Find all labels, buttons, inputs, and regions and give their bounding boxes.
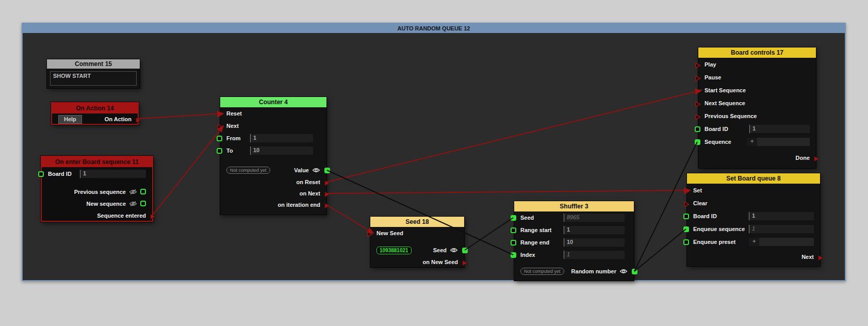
flow-input-port[interactable] xyxy=(695,61,701,68)
flow-output-port[interactable] xyxy=(150,213,156,219)
eye-icon[interactable] xyxy=(312,167,320,173)
on-action-row: Help On Action xyxy=(52,113,138,125)
node-header[interactable]: On enter Board sequence 11 xyxy=(42,157,152,167)
flow-input-port[interactable] xyxy=(695,113,701,119)
data-output-port[interactable] xyxy=(324,168,330,173)
node-header[interactable]: Set Board queue 8 xyxy=(687,173,820,184)
data-input-port[interactable] xyxy=(217,136,222,141)
eye-icon[interactable] xyxy=(619,268,628,274)
range-end-label: Range end xyxy=(520,239,564,246)
data-input-port[interactable] xyxy=(683,226,689,232)
flow-output-port[interactable] xyxy=(324,179,330,185)
node-on-enter-board-sequence[interactable]: On enter Board sequence 11 Board ID 1 Pr… xyxy=(41,156,153,222)
node-header[interactable]: On Action 14 xyxy=(52,103,138,113)
flow-input-port[interactable] xyxy=(683,187,690,193)
add-item-button[interactable]: + xyxy=(747,138,757,146)
comment-text[interactable]: SHOW START xyxy=(50,71,137,86)
seed-value-badge[interactable]: 1093881021 xyxy=(376,247,412,254)
data-input-port[interactable] xyxy=(511,227,516,233)
to-row: To 10 xyxy=(220,144,326,157)
enqueue-preset-field[interactable]: + xyxy=(749,238,814,246)
done-row: Done xyxy=(698,152,816,164)
on-next-row: on Next xyxy=(220,188,326,199)
node-on-action[interactable]: On Action 14 Help On Action xyxy=(51,102,139,125)
previous-sequence-row: Previous sequence xyxy=(42,186,152,198)
data-input-port[interactable] xyxy=(511,252,516,258)
enqueue-preset-label: Enqueue preset xyxy=(693,239,749,245)
next-output-label: Next xyxy=(801,254,814,260)
flow-input-port[interactable] xyxy=(367,230,373,236)
data-output-port[interactable] xyxy=(632,269,637,274)
enqueue-sequence-input[interactable]: 1 xyxy=(749,225,814,233)
node-seed[interactable]: Seed 18 New Seed 1093881021 Seed on New … xyxy=(370,217,464,267)
sequence-label: Sequence xyxy=(705,139,747,145)
start-sequence-row: Start Sequence xyxy=(698,84,816,96)
data-input-port[interactable] xyxy=(38,171,44,177)
from-input[interactable]: 1 xyxy=(250,134,313,142)
flow-input-port[interactable] xyxy=(695,100,701,106)
board-id-input[interactable]: 1 xyxy=(749,125,810,133)
help-button[interactable]: Help xyxy=(58,115,82,124)
index-input[interactable]: 1 xyxy=(564,251,625,259)
range-start-input[interactable]: 1 xyxy=(564,226,625,234)
flow-input-port[interactable] xyxy=(683,200,690,206)
next-output-row: Next xyxy=(687,251,820,263)
wire-onaction-to-counter-reset xyxy=(139,113,223,119)
node-header[interactable]: Seed 18 xyxy=(370,217,464,227)
board-id-input[interactable]: 1 xyxy=(80,170,146,178)
to-input[interactable]: 10 xyxy=(250,146,313,155)
graph-canvas[interactable]: Comment 15 SHOW START On Action 14 Help … xyxy=(23,33,845,280)
board-id-label: Board ID xyxy=(48,171,80,177)
node-set-board-queue[interactable]: Set Board queue 8 Set Clear Board ID 1 xyxy=(687,173,820,266)
data-output-port[interactable] xyxy=(140,201,146,206)
not-computed-badge: Not computed yet xyxy=(226,167,270,174)
data-output-port[interactable] xyxy=(140,189,146,194)
node-shuffler[interactable]: Shuffler 3 Seed 8965 Range start 1 Range… xyxy=(514,201,634,281)
range-start-row: Range start 1 xyxy=(514,224,634,236)
flow-input-port[interactable] xyxy=(217,110,223,117)
board-id-input[interactable]: 1 xyxy=(749,212,814,220)
flow-input-port[interactable] xyxy=(695,74,701,80)
board-id-label: Board ID xyxy=(693,213,749,219)
add-item-button[interactable]: + xyxy=(749,238,759,246)
window-titlebar[interactable]: AUTO RANDOM QUEUE 12 xyxy=(23,24,845,33)
on-new-seed-label: on New Seed xyxy=(423,259,458,265)
data-output-port[interactable] xyxy=(462,248,468,253)
data-input-port[interactable] xyxy=(217,148,222,154)
flow-output-port[interactable] xyxy=(817,254,824,260)
range-start-label: Range start xyxy=(520,227,564,233)
flow-output-port[interactable] xyxy=(135,116,141,122)
range-end-input[interactable]: 10 xyxy=(564,238,625,247)
data-input-port[interactable] xyxy=(511,240,516,246)
next-sequence-row: Next Sequence xyxy=(698,96,816,109)
eye-off-icon[interactable] xyxy=(129,201,137,207)
previous-sequence-row: Previous Sequence xyxy=(698,109,816,122)
next-label: Next xyxy=(226,123,239,129)
eye-off-icon[interactable] xyxy=(129,189,137,195)
flow-input-port[interactable] xyxy=(217,123,223,129)
flow-output-port[interactable] xyxy=(813,155,820,161)
node-header[interactable]: Comment 15 xyxy=(47,59,140,69)
on-iteration-end-row: on iteration end xyxy=(220,199,326,210)
node-header[interactable]: Board controls 17 xyxy=(698,47,816,58)
node-counter[interactable]: Counter 4 Reset Next From 1 To xyxy=(220,97,326,215)
flow-output-port[interactable] xyxy=(462,259,468,265)
eye-icon[interactable] xyxy=(450,247,458,253)
flow-output-port[interactable] xyxy=(324,190,330,197)
pause-row: Pause xyxy=(698,71,816,84)
node-comment[interactable]: Comment 15 SHOW START xyxy=(47,59,140,88)
data-input-port[interactable] xyxy=(695,126,700,132)
data-input-port[interactable] xyxy=(695,139,700,145)
flow-output-port[interactable] xyxy=(324,202,330,208)
sequence-list-field[interactable]: + xyxy=(747,138,810,146)
data-input-port[interactable] xyxy=(511,215,516,221)
node-header[interactable]: Counter 4 xyxy=(220,97,326,107)
sequence-row: Sequence + xyxy=(698,135,816,148)
data-input-port[interactable] xyxy=(683,239,689,245)
node-board-controls[interactable]: Board controls 17 Play Pause Start Seque… xyxy=(698,47,816,168)
seed-input[interactable]: 8965 xyxy=(564,214,625,222)
from-label: From xyxy=(226,135,250,141)
data-input-port[interactable] xyxy=(683,214,689,219)
flow-input-port[interactable] xyxy=(695,87,701,93)
node-header[interactable]: Shuffler 3 xyxy=(514,201,634,211)
